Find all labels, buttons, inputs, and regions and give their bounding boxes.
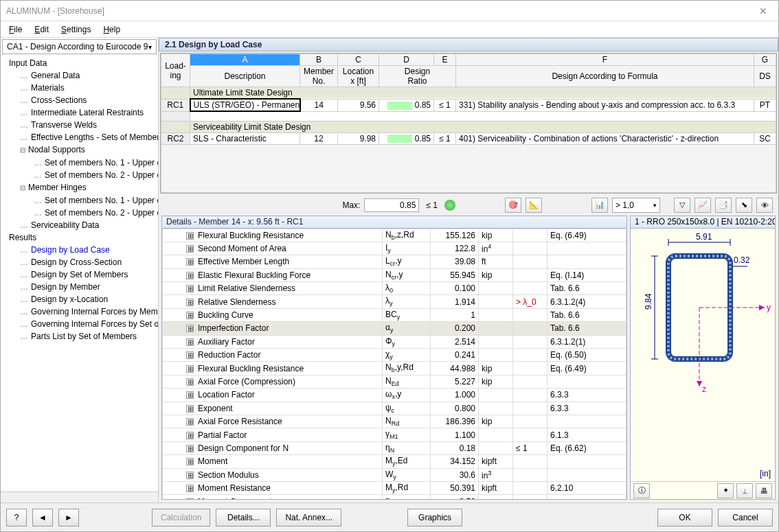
details-row[interactable]: ⊞Second Moment of AreaIy122.8in4 xyxy=(163,242,626,255)
export-button[interactable]: 📑 xyxy=(715,198,732,213)
cs-axes-button[interactable]: ✦ xyxy=(717,483,734,498)
col-A[interactable]: A xyxy=(190,54,300,66)
details-row[interactable]: ⊞Flexural Buckling ResistanceNb,z,Rd155.… xyxy=(163,229,626,242)
hdr-description: Description xyxy=(190,66,300,87)
ok-button[interactable]: OK xyxy=(657,509,712,527)
cs-print-button[interactable]: 🖶 xyxy=(756,483,772,498)
tree-ns-2[interactable]: …Set of members No. 2 - Upper chord xyxy=(1,169,158,181)
scale-select[interactable]: > 1,0▾ xyxy=(612,198,660,213)
tree-parts-list[interactable]: …Parts List by Set of Members xyxy=(1,330,158,343)
nat-annex-button[interactable]: Nat. Annex... xyxy=(276,509,341,527)
le-label: ≤ 1 xyxy=(423,200,440,210)
tree-design-by-som[interactable]: …Design by Set of Members xyxy=(1,268,158,281)
menu-file[interactable]: File xyxy=(3,23,27,36)
sidebar-hscroll[interactable] xyxy=(1,491,158,502)
col-loading: Load-ing xyxy=(161,54,190,87)
funnel-button[interactable]: ▽ xyxy=(674,198,690,213)
tree-member-hinges[interactable]: ⊟Member Hinges xyxy=(1,181,158,194)
col-G[interactable]: G xyxy=(754,54,776,66)
eye-button[interactable]: 👁 xyxy=(756,198,773,213)
hdr-location: Locationx [ft] xyxy=(338,66,379,87)
tree-effective-lengths[interactable]: …Effective Lengths - Sets of Members xyxy=(1,131,158,143)
details-row[interactable]: ⊞Flexural Buckling ResistanceNb,y,Rd44.9… xyxy=(163,362,626,375)
cs-header: 1 - RRO 250x150x8.0 | EN 10210-2:2006 xyxy=(631,216,775,229)
tree-ilr[interactable]: …Intermediate Lateral Restraints xyxy=(1,106,158,119)
details-button[interactable]: Details... xyxy=(216,509,271,527)
hdr-ds: DS xyxy=(754,66,776,87)
graphics-button[interactable]: Graphics xyxy=(407,509,462,527)
details-row[interactable]: ⊞Exponentψc0.8006.3.3 xyxy=(163,402,626,415)
tree-design-by-load-case[interactable]: …Design by Load Case xyxy=(1,244,158,256)
details-row[interactable]: ⊞Effective Member LengthLcr,y39.08ft xyxy=(163,255,626,268)
tree-materials[interactable]: …Materials xyxy=(1,82,158,94)
details-row[interactable]: ⊞Moment ResistanceMy,Rd50.391kipft6.2.10 xyxy=(163,481,626,494)
details-scroll[interactable]: ⊞Flexural Buckling ResistanceNb,z,Rd155.… xyxy=(162,229,626,500)
tree-gif-som[interactable]: …Governing Internal Forces by Set of Mem xyxy=(1,318,158,330)
details-row[interactable]: ⊞Design Component for NηN0.18≤ 1Eq. (6.6… xyxy=(163,441,626,454)
window-title: ALUMINUM - [Storehouse] xyxy=(6,6,104,16)
col-C[interactable]: C xyxy=(338,54,379,66)
details-row[interactable]: ⊞Buckling CurveBCy1Tab. 6.6 xyxy=(163,308,626,321)
prev-button[interactable]: ◄ xyxy=(32,509,53,527)
details-row[interactable]: ⊞Axial Force (Compression)NEd5.227kip xyxy=(163,375,626,388)
close-icon[interactable]: ✕ xyxy=(754,5,773,16)
details-row[interactable]: ⊞Reduction Factorχy0.241Eq. (6.50) xyxy=(163,349,626,362)
help-button[interactable]: ? xyxy=(6,509,27,527)
col-D[interactable]: D xyxy=(379,54,434,66)
max-input[interactable] xyxy=(364,198,419,212)
details-row[interactable]: ⊞Elastic Flexural Buckling ForceNcr,y55.… xyxy=(163,268,626,281)
row-rc2[interactable]: RC2 SLS - Characteristic 12 9.98 0.85 ≤ … xyxy=(161,132,776,144)
details-row[interactable]: ⊞MomentMy,Ed34.152kipft xyxy=(163,455,626,468)
svg-text:9.84: 9.84 xyxy=(644,293,653,310)
details-row[interactable]: ⊞Relative Slendernessλy1.914> λ_06.3.1.2… xyxy=(163,295,626,308)
tree-general-data[interactable]: …General Data xyxy=(1,69,158,82)
details-row[interactable]: ⊞Partial FactorγM11.1006.1.3 xyxy=(163,428,626,441)
details-row[interactable]: ⊞Limit Relative Slendernessλ00.100Tab. 6… xyxy=(163,282,626,295)
sort-button[interactable]: 📊 xyxy=(591,198,608,213)
tree-results[interactable]: Results xyxy=(1,231,158,244)
menu-edit[interactable]: Edit xyxy=(29,23,54,36)
pick-button[interactable]: ⬊ xyxy=(736,198,752,213)
tree-mh-1[interactable]: …Set of members No. 1 - Upper chord xyxy=(1,194,158,207)
details-row[interactable]: ⊞Axial Force ResistanceNRd186.396kip xyxy=(163,415,626,428)
case-select[interactable]: CA1 - Design According to Eurocode 9 ▾ xyxy=(2,39,157,54)
chevron-down-icon: ▾ xyxy=(148,43,152,51)
tree-design-by-xloc[interactable]: …Design by x-Location xyxy=(1,293,158,305)
col-E[interactable]: E xyxy=(434,54,456,66)
menu-help[interactable]: Help xyxy=(98,23,126,36)
chart-button[interactable]: 📈 xyxy=(695,198,711,213)
svg-text:z: z xyxy=(702,384,706,394)
cs-dim-button[interactable]: ⟂ xyxy=(736,483,753,498)
tree-serviceability-data[interactable]: …Serviceability Data xyxy=(1,219,158,231)
tree-input-data[interactable]: Input Data xyxy=(1,57,158,69)
tree-cross-sections[interactable]: …Cross-Sections xyxy=(1,94,158,106)
row-rc1[interactable]: RC1 ULS (STR/GEO) - Permanent 14 9.56 0.… xyxy=(161,99,776,111)
details-row[interactable]: ⊞Section ModulusWy30.6in3 xyxy=(163,468,626,481)
filter-plus-button[interactable]: 🎯 xyxy=(505,198,521,213)
ratio-bar-icon xyxy=(387,135,412,143)
details-row[interactable]: ⊞Auxiliary FactorΦy2.5146.3.1.2(1) xyxy=(163,335,626,348)
tree-nodal-supports[interactable]: ⊟Nodal Supports xyxy=(1,143,158,157)
tree-design-by-member[interactable]: …Design by Member xyxy=(1,281,158,293)
tree-mh-2[interactable]: …Set of members No. 2 - Upper chord xyxy=(1,207,158,219)
cs-info-button[interactable]: ⓘ xyxy=(633,483,650,498)
tree-design-by-cs[interactable]: …Design by Cross-Section xyxy=(1,256,158,268)
tree-gif-member[interactable]: …Governing Internal Forces by Member xyxy=(1,305,158,318)
tree-transverse-welds[interactable]: …Transverse Welds xyxy=(1,119,158,131)
col-F[interactable]: F xyxy=(456,54,754,66)
ok-status-icon xyxy=(444,200,455,211)
details-row[interactable]: ⊞Imperfection Factorαy0.200Tab. 6.6 xyxy=(163,322,626,335)
details-row[interactable]: ⊞Location Factorωx,y1.0006.3.3 xyxy=(163,389,626,402)
filter-minus-button[interactable]: 📐 xyxy=(526,198,542,213)
details-row[interactable]: ⊞Moment ComponentηMy0.52 xyxy=(163,495,626,499)
cancel-button[interactable]: Cancel xyxy=(718,509,773,527)
calculation-button[interactable]: Calculation xyxy=(152,509,210,527)
results-grid[interactable]: Load-ing A B C D E F G Description Membe… xyxy=(160,53,777,194)
menu-settings[interactable]: Settings xyxy=(56,23,96,36)
col-B[interactable]: B xyxy=(300,54,338,66)
tree-ns-1[interactable]: …Set of members No. 1 - Upper chord xyxy=(1,157,158,169)
group-sls: Serviceability Limit State Design xyxy=(190,121,776,132)
next-button[interactable]: ► xyxy=(58,509,79,527)
svg-marker-13 xyxy=(759,305,765,310)
ratio-bar-icon xyxy=(387,102,412,110)
